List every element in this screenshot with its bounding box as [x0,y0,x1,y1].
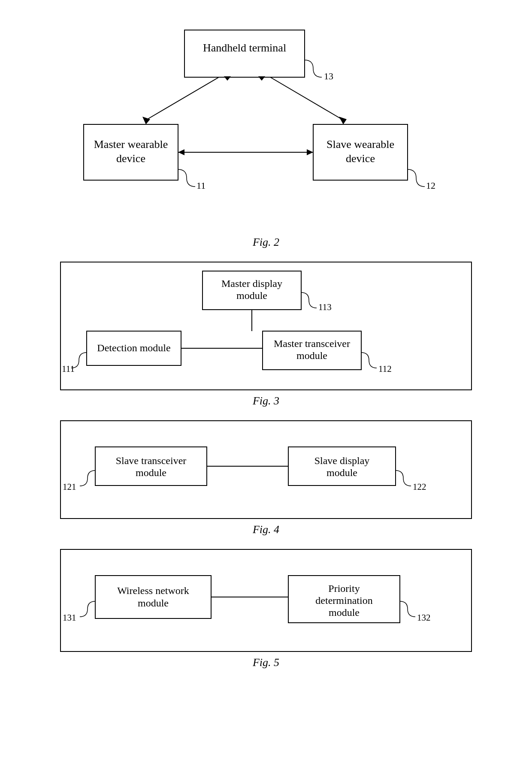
svg-marker-19 [307,149,313,155]
svg-text:module: module [326,467,357,478]
svg-text:Master transceiver: Master transceiver [274,338,350,349]
svg-line-13 [270,77,343,120]
svg-marker-16 [258,76,265,81]
svg-text:122: 122 [413,482,426,492]
fig5-svg: Wireless network module 131 Priority det… [61,550,471,651]
svg-text:13: 13 [324,71,333,81]
fig3-svg: Master display module 113 Detection modu… [61,262,471,389]
fig5-caption: Fig. 5 [26,656,506,669]
svg-text:device: device [346,152,375,165]
svg-text:11: 11 [196,180,206,191]
svg-text:module: module [136,467,166,478]
svg-text:121: 121 [63,482,76,492]
fig4-outer: Slave transceiver module 121 Slave displ… [60,420,472,519]
svg-rect-38 [288,447,396,486]
svg-text:Detection module: Detection module [97,342,170,353]
svg-text:112: 112 [378,364,392,374]
svg-rect-34 [95,447,207,486]
svg-marker-18 [178,149,184,155]
fig4-svg: Slave transceiver module 121 Slave displ… [61,421,471,518]
svg-text:module: module [138,597,169,609]
svg-rect-43 [95,576,211,618]
svg-text:113: 113 [318,302,332,312]
svg-text:device: device [116,152,145,165]
svg-text:Priority: Priority [328,583,360,594]
svg-text:12: 12 [426,180,435,191]
svg-text:Slave transceiver: Slave transceiver [116,455,187,466]
svg-text:Slave display: Slave display [314,455,370,466]
fig3-caption: Fig. 3 [26,395,506,407]
fig2-svg: Handheld terminal 13 Master wearable dev… [60,17,472,232]
svg-text:module: module [236,290,267,301]
svg-marker-14 [339,117,347,124]
fig3-outer: Master display module 113 Detection modu… [60,262,472,390]
svg-text:Wireless network: Wireless network [117,585,189,596]
svg-marker-15 [224,76,231,81]
svg-text:Master wearable: Master wearable [94,138,168,151]
svg-text:131: 131 [63,612,76,623]
fig4-caption: Fig. 4 [26,523,506,536]
svg-text:Handheld terminal: Handheld terminal [203,42,286,54]
svg-text:Master display: Master display [221,278,282,289]
svg-text:132: 132 [417,612,431,623]
svg-text:Slave wearable: Slave wearable [326,138,394,151]
fig2-caption: Fig. 2 [26,236,506,249]
fig5-outer: Wireless network module 131 Priority det… [60,549,472,652]
svg-text:module: module [296,350,327,361]
svg-text:determination: determination [315,595,372,606]
svg-line-11 [146,77,219,120]
svg-text:111: 111 [62,364,75,374]
svg-text:module: module [329,607,360,618]
